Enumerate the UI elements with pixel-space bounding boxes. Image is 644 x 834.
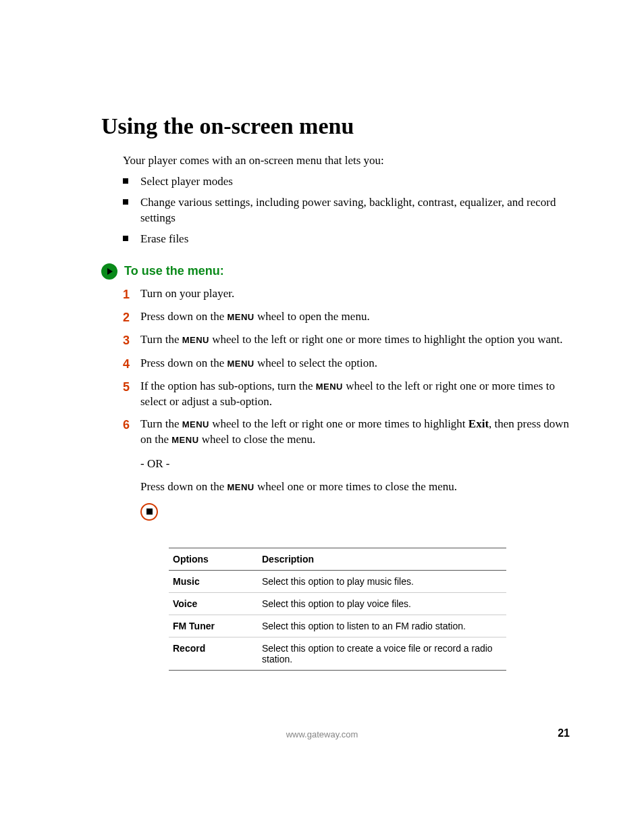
stop-icon [140,503,158,521]
play-icon [101,263,117,280]
table-header: Description [258,548,506,570]
page-content: Using the on-screen menu Your player com… [101,113,574,671]
step-number: 1 [123,286,140,303]
step-item: 4 Press down on the MENU wheel to select… [123,356,574,372]
table-cell-option: Record [169,637,258,670]
table-cell-option: Voice [169,592,258,615]
page-number: 21 [558,727,570,739]
table-cell-desc: Select this option to create a voice fil… [258,637,506,670]
table-cell-desc: Select this option to play voice files. [258,592,506,615]
step-text: Press down on the MENU wheel to open the… [140,309,574,325]
table-cell-desc: Select this option to play music files. [258,570,506,592]
table-row: Music Select this option to play music f… [169,570,506,592]
table-cell-option: FM Tuner [169,615,258,637]
table-row: Record Select this option to create a vo… [169,637,506,670]
table-row: Voice Select this option to play voice f… [169,592,506,615]
table-row: FM Tuner Select this option to listen to… [169,615,506,637]
step-text: Press down on the MENU wheel to select t… [140,356,574,372]
table-header-row: Options Description [169,548,506,570]
step-number: 2 [123,309,140,325]
table-cell-desc: Select this option to listen to an FM ra… [258,615,506,637]
section-header: To use the menu: [101,263,574,280]
step-number: 6 [123,417,140,448]
step-item: 3 Turn the MENU wheel to the left or rig… [123,332,574,348]
bullet-item: Erase files [123,232,574,247]
bullet-item: Select player modes [123,174,574,190]
or-separator: - OR - [140,457,574,471]
bullet-list: Select player modes Change various setti… [123,174,574,247]
table-header: Options [169,548,258,570]
procedure-section: To use the menu: 1 Turn on your player. … [101,263,574,671]
section-title: To use the menu: [124,264,224,278]
bullet-item: Change various settings, including power… [123,195,574,226]
step-text: Turn the MENU wheel to the left or right… [140,417,574,448]
step-item: 6 Turn the MENU wheel to the left or rig… [123,417,574,448]
table-cell-option: Music [169,570,258,592]
intro-text: Your player comes with an on-screen menu… [123,154,574,167]
step-item: 5 If the option has sub-options, turn th… [123,379,574,410]
options-table: Options Description Music Select this op… [169,548,506,671]
page-title: Using the on-screen menu [101,113,574,139]
step-text: Turn on your player. [140,286,574,303]
continuation-text: Press down on the MENU wheel one or more… [140,480,574,494]
step-number: 3 [123,332,140,348]
footer-url: www.gateway.com [0,729,644,739]
step-number: 4 [123,356,140,372]
step-list: 1 Turn on your player. 2 Press down on t… [123,286,574,448]
step-number: 5 [123,379,140,410]
step-text: Turn the MENU wheel to the left or right… [140,332,574,348]
step-item: 2 Press down on the MENU wheel to open t… [123,309,574,325]
step-text: If the option has sub-options, turn the … [140,379,574,410]
document-page: Using the on-screen menu Your player com… [0,0,644,834]
step-item: 1 Turn on your player. [123,286,574,303]
